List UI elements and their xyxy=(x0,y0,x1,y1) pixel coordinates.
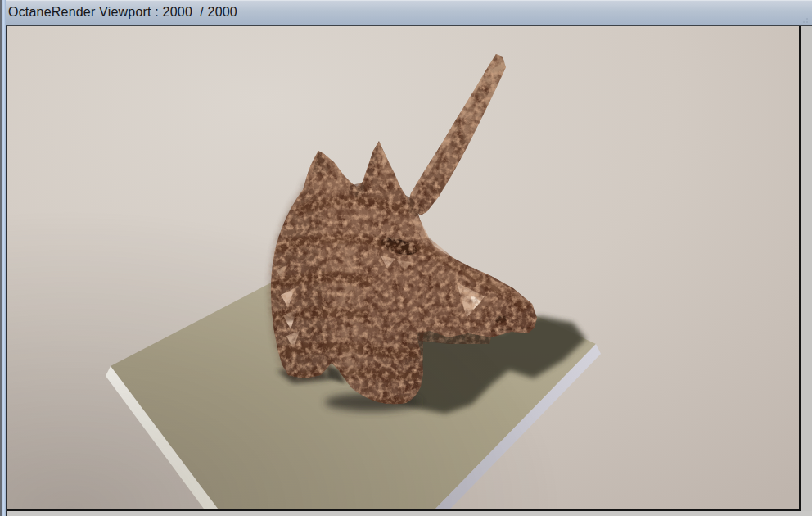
right-gutter xyxy=(801,26,812,516)
octane-render-window: { "window": { "title": "OctaneRender Vie… xyxy=(0,0,812,516)
bottom-gutter xyxy=(7,511,812,516)
resize-grip-icon[interactable] xyxy=(798,15,808,23)
window-title-bar[interactable]: OctaneRender Viewport : 2000 / 2000 xyxy=(0,0,812,25)
window-title: OctaneRender Viewport : 2000 / 2000 xyxy=(8,0,237,25)
render-canvas[interactable] xyxy=(7,26,799,509)
render-viewport[interactable] xyxy=(7,26,799,509)
corner-vignette xyxy=(7,26,799,509)
